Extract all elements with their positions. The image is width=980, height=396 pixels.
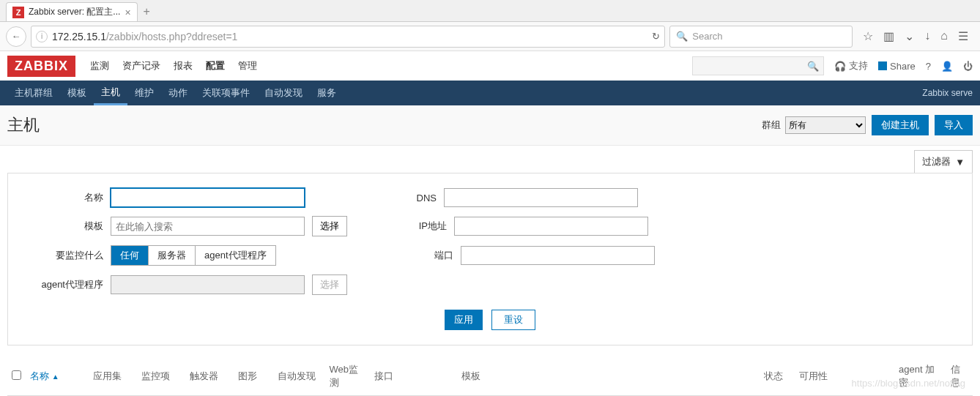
tab-title: Zabbix server: 配置主... — [29, 6, 120, 18]
share-link[interactable]: Share — [878, 61, 916, 72]
col-discovery: 自动发现 — [273, 357, 324, 396]
browser-search-input[interactable]: 🔍 Search — [669, 26, 853, 48]
col-items: 监控项 — [137, 357, 185, 396]
filter-agent-label: agent代理程序 — [30, 278, 103, 291]
filter-port-label: 端口 — [380, 249, 453, 262]
col-graphs: 图形 — [234, 357, 273, 396]
main-nav: 监测 资产记录 报表 配置 管理 — [90, 59, 257, 72]
hosts-table: 名称 ▲ 应用集 监控项 触发器 图形 自动发现 Web监测 接口 模板 状态 … — [7, 357, 973, 396]
search-icon: 🔍 — [807, 61, 819, 72]
col-info: 信息 — [946, 357, 973, 396]
app-header: ZABBIX 监测 资产记录 报表 配置 管理 🔍 🎧支持 Share ? 👤 … — [0, 51, 980, 81]
filter-dns-input[interactable] — [444, 188, 638, 207]
template-select-button[interactable]: 选择 — [312, 216, 347, 236]
filter-dns-label: DNS — [363, 193, 437, 203]
page-title: 主机 — [7, 114, 40, 136]
col-triggers: 触发器 — [185, 357, 234, 396]
reset-button[interactable]: 重设 — [491, 310, 535, 330]
import-button[interactable]: 导入 — [935, 115, 973, 135]
filter-panel: 名称 DNS 模板 选择 IP地址 要监控什么 任何 服务器 agent代理程序 — [7, 173, 973, 345]
sub-nav: 主机群组 模板 主机 维护 动作 关联项事件 自动发现 服务 Zabbix se… — [0, 81, 980, 105]
page-title-row: 主机 群组 所有 创建主机 导入 — [0, 105, 980, 146]
col-interface: 接口 — [370, 357, 457, 396]
select-all-checkbox[interactable] — [12, 370, 21, 380]
nav-reports[interactable]: 报表 — [174, 59, 193, 72]
subnav-services[interactable]: 服务 — [310, 81, 344, 105]
subnav-correlation[interactable]: 关联项事件 — [195, 81, 257, 105]
watermark: https://blog.csdn.net/noflag — [852, 378, 965, 389]
subnav-breadcrumb: Zabbix serve — [922, 88, 973, 98]
url-text: 172.25.15.1/zabbix/hosts.php?ddreset=1 — [52, 31, 652, 42]
filter-template-label: 模板 — [30, 220, 103, 233]
browser-tab[interactable]: Z Zabbix server: 配置主... × — [6, 2, 138, 21]
filter-agent-input — [111, 275, 305, 294]
zabbix-logo[interactable]: ZABBIX — [7, 56, 75, 77]
browser-tab-strip: Z Zabbix server: 配置主... × + — [0, 0, 980, 22]
pocket-icon[interactable]: ⌄ — [905, 29, 914, 43]
filter-ip-label: IP地址 — [374, 220, 447, 233]
power-icon[interactable]: ⏻ — [963, 61, 973, 72]
subnav-hostgroups[interactable]: 主机群组 — [7, 81, 60, 105]
downloads-icon[interactable]: ↓ — [924, 29, 930, 43]
info-icon[interactable]: i — [36, 31, 48, 42]
nav-administration[interactable]: 管理 — [238, 59, 257, 72]
support-link[interactable]: 🎧支持 — [834, 59, 868, 72]
library-icon[interactable]: ▥ — [883, 29, 894, 43]
filter-name-input[interactable] — [111, 188, 305, 207]
filter-template-input[interactable] — [111, 217, 305, 236]
back-button[interactable]: ← — [6, 26, 26, 47]
bookmark-icon[interactable]: ☆ — [863, 29, 873, 43]
filter-port-input[interactable] — [461, 246, 655, 265]
home-icon[interactable]: ⌂ — [940, 29, 948, 43]
monitor-toggle-group: 任何 服务器 agent代理程序 — [111, 245, 276, 266]
monitor-server-button[interactable]: 服务器 — [149, 246, 196, 265]
subnav-actions[interactable]: 动作 — [161, 81, 195, 105]
search-placeholder: Search — [692, 31, 722, 42]
col-name[interactable]: 名称 ▲ — [26, 357, 89, 396]
col-encryption: agent 加密 — [894, 357, 946, 396]
filter-tab[interactable]: 过滤器 ▼ — [914, 150, 973, 173]
apply-button[interactable]: 应用 — [445, 310, 483, 330]
col-status: 状态 — [760, 357, 795, 396]
subnav-maintenance[interactable]: 维护 — [127, 81, 161, 105]
url-bar[interactable]: i 172.25.15.1/zabbix/hosts.php?ddreset=1… — [31, 26, 665, 48]
headset-icon: 🎧 — [834, 61, 846, 72]
subnav-hosts[interactable]: 主机 — [94, 81, 127, 105]
tab-favicon: Z — [12, 7, 24, 18]
agent-select-button: 选择 — [312, 274, 347, 295]
reload-icon[interactable]: ↻ — [652, 31, 660, 42]
col-availability: 可用性 — [795, 357, 894, 396]
group-label: 群组 — [762, 119, 781, 132]
subnav-templates[interactable]: 模板 — [60, 81, 94, 105]
group-filter: 群组 所有 — [762, 116, 866, 134]
col-applications: 应用集 — [89, 357, 137, 396]
sort-asc-icon: ▲ — [52, 373, 59, 381]
nav-inventory[interactable]: 资产记录 — [122, 59, 160, 72]
app-search-input[interactable]: 🔍 — [692, 56, 824, 75]
browser-address-bar: ← i 172.25.15.1/zabbix/hosts.php?ddreset… — [0, 22, 980, 51]
table-header-row: 名称 ▲ 应用集 监控项 触发器 图形 自动发现 Web监测 接口 模板 状态 … — [7, 357, 973, 396]
filter-ip-input[interactable] — [454, 217, 648, 236]
user-icon[interactable]: 👤 — [941, 61, 953, 72]
browser-toolbar-icons: ☆ ▥ ⌄ ↓ ⌂ ☰ — [857, 29, 974, 43]
filter-name-label: 名称 — [30, 191, 103, 204]
group-select[interactable]: 所有 — [785, 116, 866, 134]
filter-monitor-label: 要监控什么 — [30, 249, 103, 262]
nav-monitoring[interactable]: 监测 — [90, 59, 109, 72]
share-icon — [878, 61, 887, 70]
filter-tab-row: 过滤器 ▼ — [0, 150, 980, 173]
new-tab-button[interactable]: + — [138, 2, 156, 21]
monitor-any-button[interactable]: 任何 — [111, 246, 149, 265]
filter-icon: ▼ — [955, 157, 965, 168]
nav-configuration[interactable]: 配置 — [206, 59, 225, 72]
col-templates: 模板 — [457, 357, 760, 396]
create-host-button[interactable]: 创建主机 — [872, 115, 929, 135]
help-icon[interactable]: ? — [926, 61, 931, 72]
menu-icon[interactable]: ☰ — [958, 29, 968, 43]
search-icon: 🔍 — [676, 31, 688, 42]
subnav-discovery[interactable]: 自动发现 — [257, 81, 310, 105]
monitor-agent-button[interactable]: agent代理程序 — [196, 246, 275, 265]
col-web: Web监测 — [325, 357, 370, 396]
close-icon[interactable]: × — [125, 7, 130, 18]
